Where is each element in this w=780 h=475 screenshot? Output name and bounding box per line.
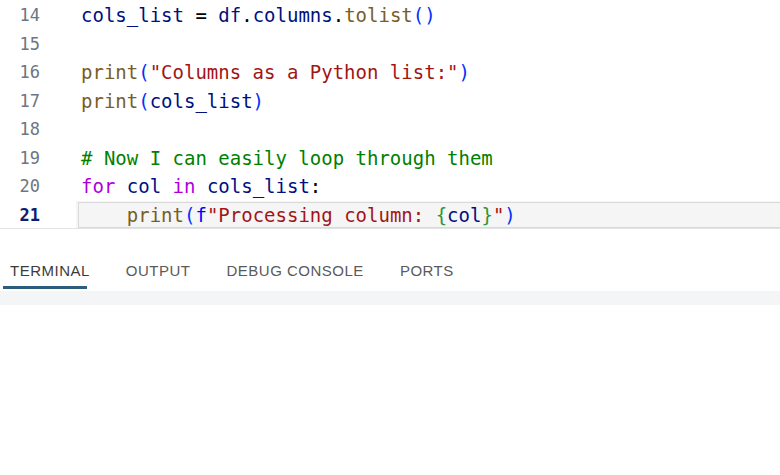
- code-line-14: 14cols_list = df.columns.tolist(): [0, 1, 780, 30]
- panel-separator: [0, 291, 780, 305]
- code-line-21: 21 print(f"Processing column: {col}"): [0, 201, 780, 230]
- active-tab-indicator: [3, 286, 87, 289]
- code-text: print(cols_list): [81, 90, 264, 112]
- code-text: print(f"Processing column: {col}"): [81, 204, 516, 226]
- code-line-18: 18: [0, 115, 780, 144]
- line-number: 15: [0, 30, 40, 59]
- tab-terminal[interactable]: TERMINAL: [10, 230, 90, 279]
- vscode-window: 14cols_list = df.columns.tolist()1516pri…: [0, 0, 780, 475]
- code-text: for col in cols_list:: [81, 175, 321, 197]
- code-editor[interactable]: 14cols_list = df.columns.tolist()1516pri…: [0, 0, 780, 229]
- line-number: 16: [0, 58, 40, 87]
- line-number: 18: [0, 115, 40, 144]
- panel-tab-bar: TERMINALOUTPUTDEBUG CONSOLEPORTS: [10, 230, 490, 279]
- line-number: 19: [0, 144, 40, 173]
- code-line-19: 19# Now I can easily loop through them: [0, 144, 780, 173]
- tab-debug-console[interactable]: DEBUG CONSOLE: [227, 230, 364, 279]
- code-line-15: 15: [0, 30, 780, 59]
- code-line-17: 17print(cols_list): [0, 87, 780, 116]
- tab-ports[interactable]: PORTS: [400, 230, 454, 279]
- line-number: 20: [0, 172, 40, 201]
- terminal-output[interactable]: Columns as a Python list:['Park_Name', '…: [0, 305, 780, 475]
- code-text: cols_list = df.columns.tolist(): [81, 4, 436, 26]
- code-line-16: 16print("Columns as a Python list:"): [0, 58, 780, 87]
- code-text: print("Columns as a Python list:"): [81, 61, 470, 83]
- line-number: 21: [0, 201, 40, 230]
- line-number: 17: [0, 87, 40, 116]
- code-line-20: 20for col in cols_list:: [0, 172, 780, 201]
- tab-output[interactable]: OUTPUT: [126, 230, 191, 279]
- code-text: # Now I can easily loop through them: [81, 147, 493, 169]
- line-number: 14: [0, 1, 40, 30]
